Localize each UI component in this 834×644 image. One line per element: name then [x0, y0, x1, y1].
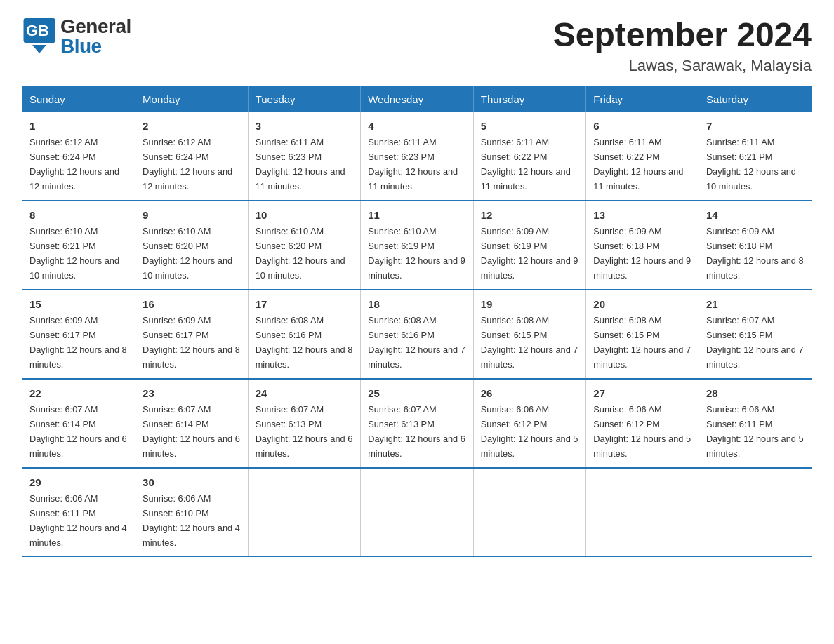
calendar-cell	[361, 468, 474, 557]
calendar-cell: 28Sunrise: 6:06 AMSunset: 6:11 PMDayligh…	[699, 379, 812, 468]
day-info: Sunrise: 6:08 AMSunset: 6:16 PMDaylight:…	[368, 315, 465, 370]
day-number: 12	[481, 207, 579, 223]
day-header-friday: Friday	[586, 86, 699, 112]
day-number: 3	[256, 118, 354, 134]
logo-general-text: General	[60, 17, 131, 36]
page-header: GB General Blue September 2024 Lawas, Sa…	[22, 17, 812, 75]
calendar-cell	[586, 468, 699, 557]
logo-icon: GB	[22, 17, 56, 56]
calendar-cell: 29Sunrise: 6:06 AMSunset: 6:11 PMDayligh…	[22, 468, 135, 557]
day-info: Sunrise: 6:11 AMSunset: 6:23 PMDaylight:…	[368, 137, 458, 192]
day-info: Sunrise: 6:10 AMSunset: 6:20 PMDaylight:…	[256, 226, 345, 281]
calendar-cell: 21Sunrise: 6:07 AMSunset: 6:15 PMDayligh…	[699, 290, 812, 379]
day-info: Sunrise: 6:11 AMSunset: 6:22 PMDaylight:…	[481, 137, 571, 192]
day-info: Sunrise: 6:09 AMSunset: 6:18 PMDaylight:…	[706, 226, 804, 281]
day-number: 28	[706, 385, 805, 401]
calendar-cell: 3Sunrise: 6:11 AMSunset: 6:23 PMDaylight…	[248, 112, 361, 201]
day-info: Sunrise: 6:06 AMSunset: 6:11 PMDaylight:…	[29, 493, 127, 548]
calendar-cell: 16Sunrise: 6:09 AMSunset: 6:17 PMDayligh…	[135, 290, 249, 379]
day-number: 15	[29, 296, 128, 312]
day-number: 23	[143, 385, 241, 401]
day-number: 5	[481, 118, 579, 134]
day-info: Sunrise: 6:10 AMSunset: 6:19 PMDaylight:…	[368, 226, 465, 281]
day-info: Sunrise: 6:11 AMSunset: 6:21 PMDaylight:…	[706, 137, 796, 192]
calendar-cell: 8Sunrise: 6:10 AMSunset: 6:21 PMDaylight…	[22, 201, 135, 290]
day-info: Sunrise: 6:06 AMSunset: 6:10 PMDaylight:…	[143, 493, 240, 548]
calendar-cell: 2Sunrise: 6:12 AMSunset: 6:24 PMDaylight…	[135, 112, 249, 201]
calendar-cell: 23Sunrise: 6:07 AMSunset: 6:14 PMDayligh…	[135, 379, 249, 468]
day-info: Sunrise: 6:06 AMSunset: 6:12 PMDaylight:…	[481, 404, 578, 459]
day-number: 10	[256, 207, 354, 223]
calendar-cell: 20Sunrise: 6:08 AMSunset: 6:15 PMDayligh…	[586, 290, 699, 379]
day-info: Sunrise: 6:08 AMSunset: 6:16 PMDaylight:…	[256, 315, 353, 370]
day-header-tuesday: Tuesday	[248, 86, 361, 112]
calendar-cell	[473, 468, 586, 557]
calendar-cell: 19Sunrise: 6:08 AMSunset: 6:15 PMDayligh…	[473, 290, 586, 379]
day-number: 27	[593, 385, 691, 401]
day-info: Sunrise: 6:07 AMSunset: 6:13 PMDaylight:…	[368, 404, 465, 459]
day-info: Sunrise: 6:06 AMSunset: 6:11 PMDaylight:…	[706, 404, 804, 459]
calendar-cell: 13Sunrise: 6:09 AMSunset: 6:18 PMDayligh…	[586, 201, 699, 290]
day-number: 20	[593, 296, 691, 312]
calendar-cell	[699, 468, 812, 557]
day-number: 30	[143, 474, 241, 490]
day-info: Sunrise: 6:09 AMSunset: 6:19 PMDaylight:…	[481, 226, 578, 281]
day-info: Sunrise: 6:12 AMSunset: 6:24 PMDaylight:…	[29, 137, 119, 192]
day-number: 25	[368, 385, 466, 401]
day-number: 26	[481, 385, 579, 401]
day-number: 2	[143, 118, 241, 134]
calendar-cell: 5Sunrise: 6:11 AMSunset: 6:22 PMDaylight…	[473, 112, 586, 201]
calendar-week-row: 22Sunrise: 6:07 AMSunset: 6:14 PMDayligh…	[22, 379, 812, 468]
day-number: 8	[29, 207, 128, 223]
calendar-cell: 6Sunrise: 6:11 AMSunset: 6:22 PMDaylight…	[586, 112, 699, 201]
day-info: Sunrise: 6:07 AMSunset: 6:14 PMDaylight:…	[29, 404, 127, 459]
day-number: 9	[143, 207, 241, 223]
calendar-cell: 25Sunrise: 6:07 AMSunset: 6:13 PMDayligh…	[361, 379, 474, 468]
day-number: 17	[256, 296, 354, 312]
day-info: Sunrise: 6:12 AMSunset: 6:24 PMDaylight:…	[143, 137, 232, 192]
calendar-cell: 4Sunrise: 6:11 AMSunset: 6:23 PMDaylight…	[361, 112, 474, 201]
day-info: Sunrise: 6:09 AMSunset: 6:18 PMDaylight:…	[593, 226, 691, 281]
day-header-saturday: Saturday	[699, 86, 812, 112]
calendar-cell: 26Sunrise: 6:06 AMSunset: 6:12 PMDayligh…	[473, 379, 586, 468]
calendar-week-row: 15Sunrise: 6:09 AMSunset: 6:17 PMDayligh…	[22, 290, 812, 379]
day-info: Sunrise: 6:11 AMSunset: 6:23 PMDaylight:…	[256, 137, 345, 192]
calendar-cell: 27Sunrise: 6:06 AMSunset: 6:12 PMDayligh…	[586, 379, 699, 468]
day-number: 6	[593, 118, 691, 134]
calendar-cell: 12Sunrise: 6:09 AMSunset: 6:19 PMDayligh…	[473, 201, 586, 290]
day-number: 19	[481, 296, 579, 312]
logo-text: General Blue	[60, 17, 131, 56]
day-info: Sunrise: 6:07 AMSunset: 6:13 PMDaylight:…	[256, 404, 353, 459]
calendar-cell: 11Sunrise: 6:10 AMSunset: 6:19 PMDayligh…	[361, 201, 474, 290]
day-header-thursday: Thursday	[473, 86, 586, 112]
day-number: 16	[143, 296, 241, 312]
day-number: 18	[368, 296, 466, 312]
day-info: Sunrise: 6:10 AMSunset: 6:20 PMDaylight:…	[143, 226, 232, 281]
day-info: Sunrise: 6:10 AMSunset: 6:21 PMDaylight:…	[29, 226, 119, 281]
day-number: 7	[706, 118, 805, 134]
calendar-table: SundayMondayTuesdayWednesdayThursdayFrid…	[22, 86, 812, 558]
day-number: 13	[593, 207, 691, 223]
day-info: Sunrise: 6:07 AMSunset: 6:14 PMDaylight:…	[143, 404, 240, 459]
calendar-week-row: 1Sunrise: 6:12 AMSunset: 6:24 PMDaylight…	[22, 112, 812, 201]
day-info: Sunrise: 6:09 AMSunset: 6:17 PMDaylight:…	[143, 315, 240, 370]
calendar-cell: 7Sunrise: 6:11 AMSunset: 6:21 PMDaylight…	[699, 112, 812, 201]
calendar-week-row: 29Sunrise: 6:06 AMSunset: 6:11 PMDayligh…	[22, 468, 812, 557]
calendar-cell: 22Sunrise: 6:07 AMSunset: 6:14 PMDayligh…	[22, 379, 135, 468]
calendar-cell: 18Sunrise: 6:08 AMSunset: 6:16 PMDayligh…	[361, 290, 474, 379]
day-header-wednesday: Wednesday	[361, 86, 474, 112]
svg-text:GB: GB	[26, 22, 49, 39]
calendar-cell: 1Sunrise: 6:12 AMSunset: 6:24 PMDaylight…	[22, 112, 135, 201]
day-info: Sunrise: 6:06 AMSunset: 6:12 PMDaylight:…	[593, 404, 691, 459]
day-info: Sunrise: 6:08 AMSunset: 6:15 PMDaylight:…	[593, 315, 691, 370]
calendar-cell: 17Sunrise: 6:08 AMSunset: 6:16 PMDayligh…	[248, 290, 361, 379]
calendar-cell: 30Sunrise: 6:06 AMSunset: 6:10 PMDayligh…	[135, 468, 249, 557]
day-number: 29	[29, 474, 128, 490]
day-header-monday: Monday	[135, 86, 249, 112]
calendar-cell: 14Sunrise: 6:09 AMSunset: 6:18 PMDayligh…	[699, 201, 812, 290]
title-area: September 2024 Lawas, Sarawak, Malaysia	[553, 17, 812, 75]
calendar-cell	[248, 468, 361, 557]
page-title: September 2024	[553, 17, 812, 54]
day-info: Sunrise: 6:08 AMSunset: 6:15 PMDaylight:…	[481, 315, 578, 370]
calendar-header-row: SundayMondayTuesdayWednesdayThursdayFrid…	[22, 86, 812, 112]
